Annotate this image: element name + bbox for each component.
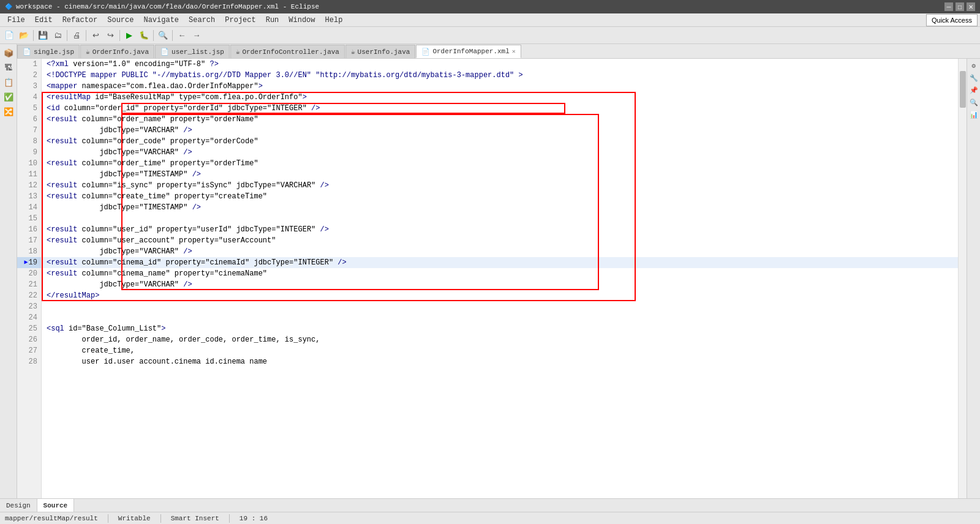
tab-label: UserInfo.java [358,48,410,56]
menu-project[interactable]: Project [220,15,260,26]
sidebar-right-icon-2[interactable]: 🔧 [968,72,979,83]
window-controls[interactable]: ─ □ ✕ [944,2,975,11]
line-num-14: 14 [17,202,41,213]
line-num-18: 18 [17,246,41,257]
sidebar-task-icon[interactable]: ✅ [2,91,15,104]
new-button[interactable]: 📄 [2,29,16,42]
line-num-3: 3 [17,81,41,92]
debug-button[interactable]: 🐛 [137,29,151,42]
menu-run[interactable]: Run [261,15,284,26]
run-button[interactable]: ▶ [123,29,136,42]
code-line-4[interactable]: <resultMap id="BaseResultMap" type="com.… [42,92,958,103]
line-num-13: 13 [17,191,41,202]
maximize-button[interactable]: □ [956,2,964,11]
tab-user-list-jsp[interactable]: 📄 user_list.jsp [155,45,230,58]
minimize-button[interactable]: ─ [944,2,953,11]
search-btn[interactable]: 🔍 [156,29,170,42]
code-line-21[interactable]: jdbcType="VARCHAR" /> [42,279,958,290]
sidebar-right-icon-1[interactable]: ⚙ [968,60,979,71]
code-line-11[interactable]: jdbcType="TIMESTAMP" /> [42,169,958,180]
code-line-26[interactable]: order_id, order_name, order_code, order_… [42,334,958,345]
code-line-16[interactable]: <result column="user_id" property="userI… [42,224,958,235]
save-all-button[interactable]: 🗂 [51,29,64,42]
close-button[interactable]: ✕ [967,2,975,11]
redo-button[interactable]: ↪ [104,29,117,42]
sidebar-git-icon[interactable]: 🔀 [2,105,15,119]
code-line-22[interactable]: </resultMap> [42,290,958,301]
navigate-fwd[interactable]: → [190,29,203,42]
code-line-12[interactable]: <result column="is_sync" property="isSyn… [42,180,958,191]
menu-edit[interactable]: Edit [30,15,58,26]
app-icon: 🔷 [5,3,12,10]
status-position: 19 : 16 [239,515,268,522]
menu-search[interactable]: Search [184,15,220,26]
code-line-17[interactable]: <result column="user_account" property="… [42,235,958,246]
scrollbar[interactable] [958,59,967,498]
main-area: 📦 🏗 📋 ✅ 🔀 📄 single.jsp ☕ OrderInfo.java … [0,44,980,498]
sidebar-right-icon-4[interactable]: 🔍 [968,97,979,108]
save-button[interactable]: 💾 [36,29,50,42]
tab-label: single.jsp [34,48,74,56]
code-line-18[interactable]: jdbcType="VARCHAR" /> [42,246,958,257]
code-line-25[interactable]: <sql id="Base_Column_List"> [42,323,958,334]
menu-help[interactable]: Help [320,15,348,26]
code-line-5[interactable]: <id column="order_id" property="orderId"… [42,103,958,114]
line-num-4: 4 [17,92,41,103]
sidebar-package-icon[interactable]: 📦 [2,47,15,60]
tab-userinfo-java[interactable]: ☕ UserInfo.java [345,45,415,58]
menu-source[interactable]: Source [102,15,138,26]
code-line-28[interactable]: user id.user account.cinema id.cinema na… [42,356,958,367]
open-button[interactable]: 📂 [17,29,31,42]
code-line-24[interactable] [42,312,958,323]
menu-file[interactable]: File [2,15,30,26]
bottom-tab-source[interactable]: Source [37,499,75,512]
sidebar-right-icon-3[interactable]: 📌 [968,84,979,95]
tab-single-jsp[interactable]: 📄 single.jsp [17,45,80,58]
code-line-2[interactable]: <!DOCTYPE mapper PUBLIC "-//mybatis.org/… [42,70,958,81]
navigate-back[interactable]: ← [175,29,189,42]
code-line-19[interactable]: <result column="cinema_id" property="cin… [42,257,958,268]
tab-icon: ☕ [351,48,355,56]
code-line-10[interactable]: <result column="order_time" property="or… [42,158,958,169]
sidebar-left: 📦 🏗 📋 ✅ 🔀 [0,44,17,498]
editor-wrapper: 123456789101112131415161718▶192021222324… [17,59,980,498]
scroll-thumb[interactable] [960,71,966,108]
sidebar-hierarchy-icon[interactable]: 🏗 [2,61,15,75]
line-num-16: 16 [17,224,41,235]
undo-button[interactable]: ↩ [89,29,102,42]
quick-access-button[interactable]: Quick Access [926,14,978,26]
code-line-8[interactable]: <result column="order_code" property="or… [42,136,958,147]
status-mode: Writable [118,515,151,522]
window-title: workspace - cinema/src/main/java/com/fle… [16,3,944,10]
sidebar-outline-icon[interactable]: 📋 [2,76,15,89]
menu-window[interactable]: Window [284,15,320,26]
code-line-6[interactable]: <result column="order_name" property="or… [42,114,958,125]
code-line-14[interactable]: jdbcType="TIMESTAMP" /> [42,202,958,213]
code-line-1[interactable]: <?xml version="1.0" encoding="UTF-8" ?> [42,59,958,70]
code-line-23[interactable] [42,301,958,312]
print-button[interactable]: 🖨 [70,29,83,42]
tab-orderinfocontroller-java[interactable]: ☕ OrderInfoController.java [230,45,345,58]
status-path: mapper/resultMap/result [5,515,98,522]
line-num-10: 10 [17,158,41,169]
menu-navigate[interactable]: Navigate [138,15,184,26]
tab-orderinfomapper-xml[interactable]: 📄 OrderInfoMapper.xml ✕ [416,45,521,58]
tab-close-icon[interactable]: ✕ [512,48,516,55]
menu-refactor[interactable]: Refactor [58,15,103,26]
status-bar: mapper/resultMap/result Writable Smart I… [0,512,980,524]
toolbar-1: 📄 📂 💾 🗂 🖨 ↩ ↪ ▶ 🐛 🔍 ← → [0,27,980,44]
code-line-9[interactable]: jdbcType="VARCHAR" /> [42,147,958,158]
tab-bar: 📄 single.jsp ☕ OrderInfo.java 📄 user_lis… [17,44,980,59]
bottom-tab-design[interactable]: Design [0,499,37,512]
line-num-6: 6 [17,114,41,125]
line-num-22: 22 [17,290,41,301]
code-line-3[interactable]: <mapper namespace="com.flea.dao.OrderInf… [42,81,958,92]
code-line-7[interactable]: jdbcType="VARCHAR" /> [42,125,958,136]
code-area[interactable]: <?xml version="1.0" encoding="UTF-8" ?><… [42,59,958,498]
code-line-15[interactable] [42,213,958,224]
sidebar-right-icon-5[interactable]: 📊 [968,109,979,120]
code-line-27[interactable]: create_time, [42,345,958,356]
code-line-13[interactable]: <result column="create_time" property="c… [42,191,958,202]
tab-orderinfo-java[interactable]: ☕ OrderInfo.java [80,45,154,58]
code-line-20[interactable]: <result column="cinema_name" property="c… [42,268,958,279]
